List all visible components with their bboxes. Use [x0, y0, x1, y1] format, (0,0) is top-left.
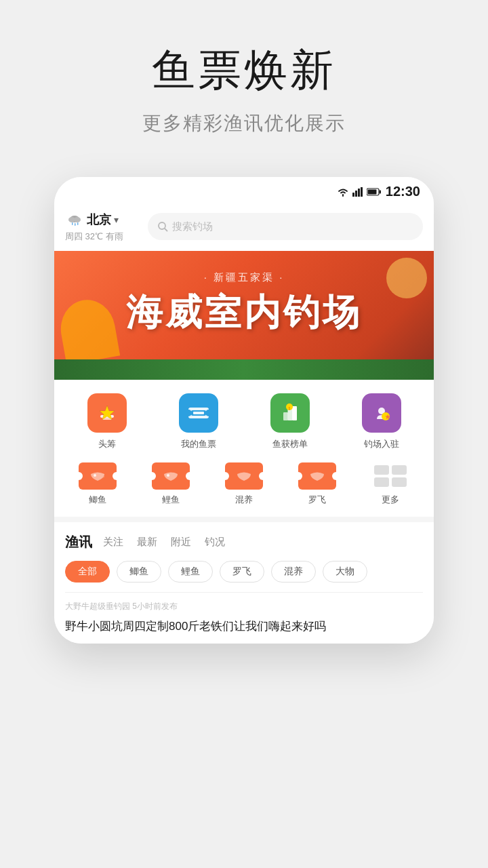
status-time: 12:30 [386, 184, 420, 199]
svg-rect-2 [358, 189, 360, 197]
menu-icon-ruzhu [362, 393, 401, 433]
ticket-icon-liyu [152, 462, 190, 490]
menu-icon-yupiao [179, 393, 218, 433]
menu-item-ruzhu[interactable]: 钓场入驻 [362, 393, 401, 450]
yuxun-tab-zuixin[interactable]: 最新 [137, 536, 157, 549]
ticket-icon-jiyu [79, 462, 117, 490]
pill-jiyu[interactable]: 鲫鱼 [117, 561, 161, 583]
ticket-item-liyu[interactable]: 鲤鱼 [152, 462, 190, 506]
svg-rect-23 [283, 412, 288, 420]
weather-icon [65, 210, 84, 229]
svg-line-14 [165, 229, 167, 231]
more-dot-1 [374, 465, 389, 475]
liyu-ticket-icon [161, 469, 180, 484]
menu-item-bangdan[interactable]: 1 鱼获榜单 [270, 393, 310, 450]
banner-decoration [54, 359, 434, 380]
menu-label-ruzhu: 钓场入驻 [364, 438, 399, 450]
yuxun-tab-fujin[interactable]: 附近 [171, 536, 191, 549]
banner-subtitle: · 新疆五家渠 · [204, 271, 285, 284]
svg-rect-11 [75, 223, 76, 226]
ticket-item-more[interactable]: 更多 [371, 462, 409, 506]
more-dot-2 [392, 465, 407, 475]
status-bar: 12:30 [54, 177, 434, 205]
touchou-icon [97, 403, 117, 423]
ticket-row: 鲫鱼 鲤鱼 混养 [54, 457, 434, 517]
ticket-more-icon [371, 462, 409, 490]
ticket-label-hunyang: 混养 [235, 494, 253, 506]
search-icon [157, 221, 168, 232]
menu-icon-bangdan: 1 [270, 393, 310, 433]
ticket-label-more: 更多 [382, 494, 399, 506]
filter-pills: 全部 鲫鱼 鲤鱼 罗飞 混养 大物 [65, 561, 423, 592]
svg-rect-6 [367, 189, 376, 194]
menu-label-bangdan: 鱼获榜单 [272, 438, 308, 450]
bangdan-icon: 1 [280, 403, 300, 423]
hunyang-ticket-icon [235, 469, 253, 484]
luofei-ticket-icon [308, 469, 327, 484]
svg-rect-10 [72, 222, 73, 225]
more-dot-4 [392, 477, 407, 487]
yuxun-title: 渔讯 [65, 533, 92, 551]
pill-dawu[interactable]: 大物 [323, 561, 367, 583]
status-icons [337, 187, 382, 197]
yuxun-tab-diaokuang[interactable]: 钓况 [205, 536, 225, 549]
menu-label-touchou: 头筹 [98, 438, 116, 450]
yuxun-header: 渔讯 关注 最新 附近 钓况 [65, 533, 423, 551]
jiyu-ticket-icon [88, 469, 107, 484]
pill-quanbu[interactable]: 全部 [65, 561, 110, 583]
banner-deco-right [386, 258, 427, 298]
yuxun-tab-guanzhu[interactable]: 关注 [103, 536, 123, 549]
banner[interactable]: · 新疆五家渠 · 海威室内钓场 [54, 251, 434, 380]
menu-icon-touchou [87, 393, 127, 433]
battery-icon [367, 188, 382, 196]
ticket-item-luofei[interactable]: 罗飞 [298, 462, 336, 506]
page-header: 鱼票焕新 更多精彩渔讯优化展示 [0, 0, 488, 163]
svg-rect-3 [361, 187, 363, 197]
news-item[interactable]: 大野牛超级垂钓园 5小时前发布 野牛小圆坑周四定制800斤老铁们让我们嗨起来好吗 [65, 592, 423, 644]
page-subtitle: 更多精彩渔讯优化展示 [27, 111, 461, 136]
yupiao-icon [187, 403, 210, 422]
svg-rect-24 [287, 409, 292, 420]
yuxun-tabs: 关注 最新 附近 钓况 [103, 536, 225, 549]
pill-liyu[interactable]: 鲤鱼 [168, 561, 213, 583]
location-area[interactable]: 北京 ▾ 周四 32℃ 有雨 [65, 210, 140, 243]
menu-item-yupiao[interactable]: 我的鱼票 [179, 393, 218, 450]
ticket-label-jiyu: 鲫鱼 [89, 494, 106, 506]
menu-item-touchou[interactable]: 头筹 [87, 393, 127, 450]
yuxun-section: 渔讯 关注 最新 附近 钓况 全部 鲫鱼 鲤鱼 罗飞 混养 大物 大野牛超级垂钓… [54, 522, 434, 644]
weather-info: 周四 32℃ 有雨 [65, 231, 140, 243]
chevron-down-icon: ▾ [114, 214, 119, 225]
search-bar[interactable]: 搜索钓场 [148, 213, 423, 240]
svg-rect-12 [77, 222, 79, 225]
banner-title: 海威室内钓场 [126, 288, 362, 338]
svg-rect-25 [292, 406, 297, 420]
top-nav: 北京 ▾ 周四 32℃ 有雨 搜索钓场 [54, 205, 434, 251]
ruzhu-icon [371, 403, 392, 423]
more-dot-3 [374, 477, 389, 487]
pill-hunyang[interactable]: 混养 [271, 561, 316, 583]
ticket-icon-luofei [298, 462, 336, 490]
svg-rect-5 [379, 190, 381, 193]
svg-point-32 [167, 474, 169, 477]
menu-label-yupiao: 我的鱼票 [181, 438, 216, 450]
phone-mockup: 12:30 北京 ▾ 周四 32℃ 有雨 [54, 177, 434, 644]
pill-luofei[interactable]: 罗飞 [220, 561, 264, 583]
news-source: 大野牛超级垂钓园 5小时前发布 [65, 601, 423, 612]
page-title: 鱼票焕新 [27, 41, 461, 100]
ticket-item-hunyang[interactable]: 混养 [225, 462, 263, 506]
news-title: 野牛小圆坑周四定制800斤老铁们让我们嗨起来好吗 [65, 618, 423, 635]
ticket-label-liyu: 鲤鱼 [162, 494, 180, 506]
svg-point-9 [74, 217, 81, 222]
search-placeholder: 搜索钓场 [172, 220, 213, 233]
svg-rect-1 [355, 191, 357, 197]
ticket-label-luofei: 罗飞 [308, 494, 326, 506]
banner-deco-left [56, 296, 120, 366]
wifi-icon [337, 187, 349, 197]
ticket-item-jiyu[interactable]: 鲫鱼 [79, 462, 117, 506]
svg-rect-0 [352, 193, 354, 197]
location-name: 北京 [87, 212, 111, 228]
signal-icon [352, 187, 363, 197]
ticket-icon-hunyang [225, 462, 263, 490]
section-divider [54, 517, 434, 522]
svg-rect-22 [193, 412, 204, 414]
